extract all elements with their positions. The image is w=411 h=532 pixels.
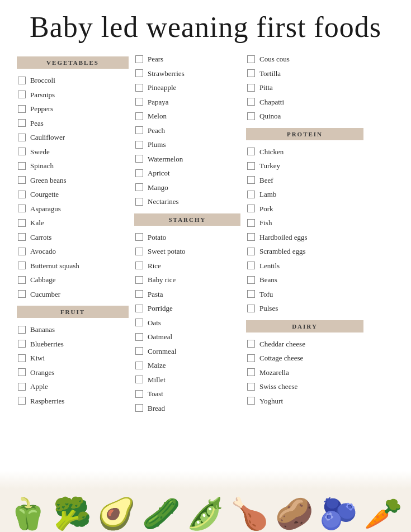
checkbox[interactable] xyxy=(18,119,26,127)
checkbox[interactable] xyxy=(135,183,143,191)
avocado-icon: 🥑 xyxy=(97,498,136,529)
item-label: Strawberries xyxy=(148,68,185,79)
checkbox[interactable] xyxy=(247,98,255,106)
checkbox[interactable] xyxy=(18,383,26,391)
page-title: Baby led weaning first foods xyxy=(17,11,394,43)
checkbox[interactable] xyxy=(135,198,143,206)
item-label: Maize xyxy=(148,360,166,371)
item-label: Beef xyxy=(259,175,273,186)
item-label: Tofu xyxy=(259,289,273,300)
checkbox[interactable] xyxy=(135,69,143,77)
checkbox[interactable] xyxy=(135,126,143,134)
checkbox[interactable] xyxy=(247,112,255,120)
checkbox[interactable] xyxy=(18,91,26,98)
list-item: Cous cous xyxy=(246,53,363,65)
checkbox[interactable] xyxy=(18,397,26,405)
checkbox[interactable] xyxy=(18,248,26,255)
item-label: Cheddar cheese xyxy=(259,339,305,350)
checkbox[interactable] xyxy=(135,169,143,177)
checkbox[interactable] xyxy=(247,191,255,198)
checkbox[interactable] xyxy=(18,276,26,284)
checkbox[interactable] xyxy=(247,383,255,391)
checkbox[interactable] xyxy=(18,205,26,212)
checkbox[interactable] xyxy=(247,84,255,92)
checkbox[interactable] xyxy=(18,354,26,362)
checkbox[interactable] xyxy=(247,397,255,405)
checkbox[interactable] xyxy=(247,205,255,212)
list-item: Courgette xyxy=(17,188,129,201)
checkbox[interactable] xyxy=(247,262,255,269)
checkbox[interactable] xyxy=(247,305,255,312)
checkbox[interactable] xyxy=(247,368,255,376)
checkbox[interactable] xyxy=(18,368,26,376)
list-item: Pulses xyxy=(246,302,363,315)
column-1: VEGETABLESBroccoliParsnipsPeppersPeasCau… xyxy=(17,53,129,407)
checkbox[interactable] xyxy=(135,248,143,255)
item-label: Melon xyxy=(148,111,167,122)
checkbox[interactable] xyxy=(135,376,143,383)
checkbox[interactable] xyxy=(18,134,26,141)
checkbox[interactable] xyxy=(247,276,255,284)
checkbox[interactable] xyxy=(247,248,255,255)
item-label: Baby rice xyxy=(148,274,176,286)
checkbox[interactable] xyxy=(135,112,143,120)
item-label: Pitta xyxy=(259,82,273,93)
checkbox[interactable] xyxy=(18,191,26,198)
checkbox[interactable] xyxy=(18,162,26,170)
checkbox[interactable] xyxy=(18,233,26,241)
list-item: Plums xyxy=(134,139,240,151)
item-label: Fish xyxy=(259,217,272,229)
checkbox[interactable] xyxy=(247,176,255,184)
checkbox[interactable] xyxy=(18,340,26,348)
list-item: Maize xyxy=(134,359,240,372)
checkbox[interactable] xyxy=(247,233,255,241)
list-item: Watermelon xyxy=(134,153,240,165)
checkbox[interactable] xyxy=(135,347,143,355)
checkbox[interactable] xyxy=(247,219,255,227)
checkbox[interactable] xyxy=(18,176,26,184)
list-item: Cucumber xyxy=(17,288,129,301)
checkbox[interactable] xyxy=(18,148,26,155)
checkbox[interactable] xyxy=(135,333,143,341)
checkbox[interactable] xyxy=(247,354,255,362)
checkbox[interactable] xyxy=(247,69,255,77)
checkbox[interactable] xyxy=(18,105,26,113)
checkbox[interactable] xyxy=(135,290,143,298)
checkbox[interactable] xyxy=(18,262,26,269)
columns-container: VEGETABLESBroccoliParsnipsPeppersPeasCau… xyxy=(17,53,394,414)
checkbox[interactable] xyxy=(135,404,143,412)
item-label: Kiwi xyxy=(30,353,45,364)
item-label: Watermelon xyxy=(148,154,183,165)
checkbox[interactable] xyxy=(247,340,255,348)
checkbox[interactable] xyxy=(18,219,26,227)
checkbox[interactable] xyxy=(135,390,143,398)
checkbox[interactable] xyxy=(135,305,143,312)
checkbox[interactable] xyxy=(135,84,143,92)
checkbox[interactable] xyxy=(135,141,143,149)
checkbox[interactable] xyxy=(247,55,255,63)
checkbox[interactable] xyxy=(135,155,143,163)
checkbox[interactable] xyxy=(18,290,26,298)
checkbox[interactable] xyxy=(135,276,143,284)
carrot-icon: 🥕 xyxy=(364,498,403,529)
checkbox[interactable] xyxy=(247,290,255,298)
checkbox[interactable] xyxy=(135,319,143,326)
item-label: Pasta xyxy=(148,289,163,300)
checkbox[interactable] xyxy=(135,262,143,269)
checkbox[interactable] xyxy=(135,362,143,369)
list-item: Kale xyxy=(17,217,129,229)
item-label: Parsnips xyxy=(30,89,55,101)
list-item: Oranges xyxy=(17,367,129,379)
list-item: Chicken xyxy=(246,146,363,158)
item-label: Mozarella xyxy=(259,367,289,378)
item-label: Pineapple xyxy=(148,82,176,93)
checkbox[interactable] xyxy=(18,77,26,84)
checkbox[interactable] xyxy=(247,162,255,170)
item-label: Swede xyxy=(30,146,50,158)
checkbox[interactable] xyxy=(135,98,143,106)
checkbox[interactable] xyxy=(135,55,143,63)
checkbox[interactable] xyxy=(247,148,255,155)
checkbox[interactable] xyxy=(18,326,26,334)
checkbox[interactable] xyxy=(135,233,143,241)
list-item: Porridge xyxy=(134,302,240,315)
